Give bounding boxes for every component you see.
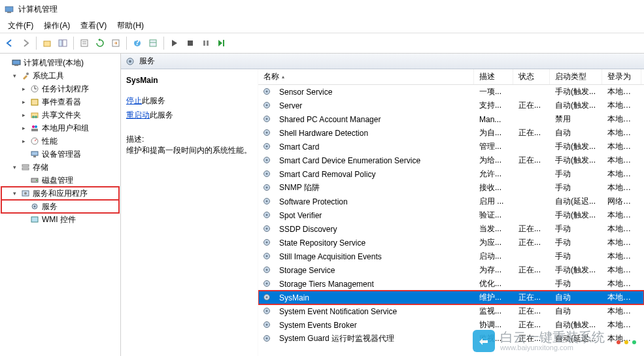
service-row[interactable]: Shell Hardware Detection为自...正在...自动本地系统 — [258, 126, 644, 140]
service-row[interactable]: System Guard 运行时监视器代理监视...正在...自动(延迟...本… — [258, 332, 644, 346]
tree-wmi[interactable]: WMI 控件 — [1, 213, 119, 226]
cell-desc: 允许... — [474, 169, 513, 180]
back-button[interactable] — [3, 36, 17, 50]
cell-logon: 本地系统 — [602, 319, 641, 331]
svg-text:?: ? — [135, 39, 139, 47]
service-row[interactable]: SNMP 陷阱接收...手动本地服务 — [258, 181, 644, 195]
restart-button[interactable] — [214, 36, 229, 50]
svg-point-57 — [266, 186, 268, 188]
cell-logon: 本地系统 — [602, 265, 641, 276]
service-row[interactable]: State Repository Service为应...正在...手动本地系统 — [258, 236, 644, 250]
svg-rect-27 — [31, 129, 38, 131]
tree-system-tools[interactable]: ▾系统工具 — [1, 69, 119, 82]
service-row[interactable]: System Events Broker协调...正在...自动(触发...本地… — [258, 318, 644, 332]
gear-icon — [262, 128, 273, 138]
service-row[interactable]: Smart Card Device Enumeration Service为给.… — [258, 154, 644, 167]
service-row[interactable]: Sensor Service一项...手动(触发...本地系统 — [258, 85, 644, 99]
show-hide-button[interactable] — [56, 36, 70, 50]
menu-view[interactable]: 查看(V) — [76, 19, 110, 33]
svg-rect-1 — [7, 12, 11, 13]
stop-link[interactable]: 停止 — [126, 96, 142, 105]
menu-action[interactable]: 操作(A) — [40, 19, 74, 33]
svg-point-36 — [24, 192, 27, 195]
col-name[interactable]: 名称 — [258, 69, 474, 84]
tree-performance[interactable]: ▸性能 — [1, 135, 119, 148]
col-logon[interactable]: 登录为 — [602, 69, 641, 84]
tree-event-viewer[interactable]: ▸事件查看器 — [1, 95, 119, 108]
cell-desc: 监视... — [474, 306, 513, 317]
col-start[interactable]: 启动类型 — [550, 69, 602, 84]
tree-device-manager[interactable]: 设备管理器 — [1, 148, 119, 161]
service-row[interactable]: Spot Verifier验证...手动(触发...本地系统 — [258, 208, 644, 222]
svg-rect-30 — [33, 155, 36, 157]
svg-point-61 — [266, 214, 268, 216]
service-row[interactable]: System Event Notification Service监视...正在… — [258, 304, 644, 318]
svg-rect-29 — [31, 152, 38, 155]
view-button[interactable] — [146, 36, 160, 50]
cell-name: Sensor Service — [274, 88, 474, 97]
tree-local-users[interactable]: ▸本地用户和组 — [1, 121, 119, 135]
svg-point-47 — [266, 118, 268, 120]
cell-name: Smart Card Device Enumeration Service — [274, 156, 474, 165]
tree-services-apps[interactable]: ▾服务和应用程序 — [1, 187, 119, 200]
service-row[interactable]: Software Protection启用 ...自动(延迟...网络服务 — [258, 195, 644, 208]
service-row[interactable]: Storage Tiers Management优化...手动本地系统 — [258, 277, 644, 291]
tree-task-scheduler[interactable]: ▸任务计划程序 — [1, 82, 119, 95]
svg-point-24 — [35, 116, 37, 118]
desc-text: 维护和提高一段时间内的系统性能。 — [126, 145, 252, 156]
svg-point-38 — [34, 206, 36, 208]
export-button[interactable] — [109, 36, 123, 50]
cell-name: Spot Verifier — [274, 211, 474, 220]
gear-icon — [262, 142, 273, 152]
title-bar: 计算机管理 — [0, 0, 644, 18]
restart-link[interactable]: 重启动 — [126, 110, 150, 120]
desc-label: 描述: — [126, 134, 252, 145]
svg-rect-32 — [22, 168, 29, 170]
gear-icon — [262, 293, 273, 303]
gear-icon — [262, 265, 273, 276]
cell-name: Shell Hardware Detection — [274, 129, 474, 138]
svg-rect-14 — [203, 40, 205, 46]
cell-start: 手动(触发... — [550, 86, 602, 97]
service-row[interactable]: Still Image Acquisition Events启动...手动本地系… — [258, 250, 644, 263]
cell-start: 手动(触发... — [550, 210, 602, 221]
service-row[interactable]: Shared PC Account ManagerMan...禁用本地系统 — [258, 112, 644, 126]
tree-shared-folders[interactable]: ▸共享文件夹 — [1, 108, 119, 121]
svg-point-63 — [266, 227, 268, 229]
cell-name: Storage Tiers Management — [274, 280, 474, 289]
cell-logon: 本地系统 — [602, 210, 641, 221]
tree-services[interactable]: 服务 — [1, 200, 119, 213]
refresh-button[interactable] — [93, 36, 107, 50]
cell-name: System Events Broker — [274, 321, 474, 330]
service-row[interactable]: Smart Card Removal Policy允许...手动本地系统 — [258, 167, 644, 181]
tree-disk-mgmt[interactable]: 磁盘管理 — [1, 174, 119, 187]
menu-file[interactable]: 文件(F) — [4, 19, 37, 33]
gear-icon — [262, 334, 273, 344]
forward-button[interactable] — [18, 36, 33, 50]
cell-logon: 本地系统 — [602, 127, 641, 138]
service-row[interactable]: SSDP Discovery当发...正在...手动本地服务 — [258, 222, 644, 236]
up-button[interactable] — [40, 36, 54, 50]
service-row[interactable]: Smart Card管理...手动(触发...本地服务 — [258, 140, 644, 154]
cell-status: 正在... — [513, 292, 550, 303]
service-row[interactable]: SysMain维护...正在...自动本地系统 — [258, 291, 644, 304]
cell-start: 手动 — [550, 169, 602, 180]
gear-icon — [262, 224, 273, 235]
pause-button[interactable] — [199, 36, 213, 50]
cell-status: 正在... — [513, 265, 550, 276]
cell-desc: 为给... — [474, 155, 513, 166]
svg-rect-11 — [150, 40, 156, 46]
col-status[interactable]: 状态 — [513, 69, 550, 84]
service-row[interactable]: Storage Service为存...正在...手动(触发...本地系统 — [258, 263, 644, 277]
properties-button[interactable] — [77, 36, 92, 50]
col-desc[interactable]: 描述 — [474, 69, 513, 84]
play-button[interactable] — [167, 36, 182, 50]
stop-button[interactable] — [183, 36, 197, 50]
tree-root[interactable]: 计算机管理(本地) — [1, 56, 119, 69]
menu-help[interactable]: 帮助(H) — [113, 19, 148, 33]
cell-start: 手动(触发... — [550, 265, 602, 276]
cell-name: Smart Card — [274, 142, 474, 152]
service-row[interactable]: Server支持...正在...自动(触发...本地系统 — [258, 99, 644, 112]
help-button[interactable]: ? — [130, 36, 144, 50]
tree-storage[interactable]: ▾存储 — [1, 161, 119, 174]
